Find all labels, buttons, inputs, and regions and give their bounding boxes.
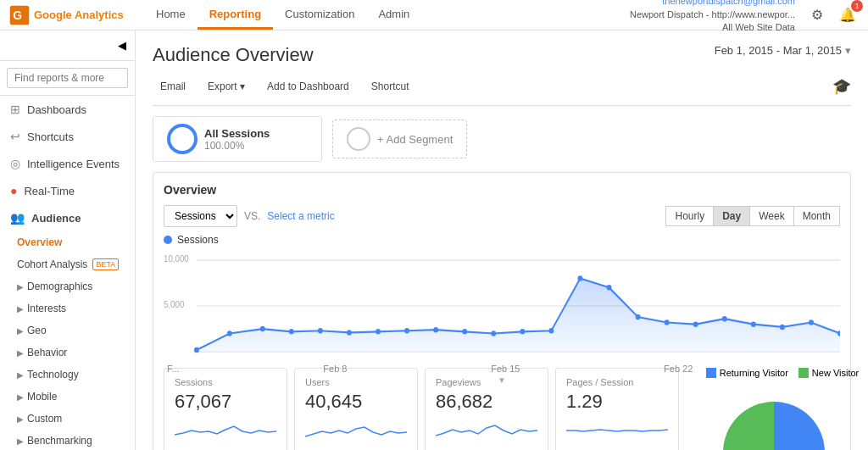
nav-reporting[interactable]: Reporting <box>198 1 273 30</box>
mobile-arrow-icon: ▶ <box>17 392 24 402</box>
cohort-label: Cohort Analysis <box>17 258 87 270</box>
sidebar-item-realtime[interactable]: ● Real-Time <box>0 177 135 204</box>
sidebar-item-shortcuts[interactable]: ↩ Shortcuts <box>0 123 135 150</box>
svg-point-25 <box>722 316 727 322</box>
pie-chart-svg: 50% 50% <box>689 385 859 450</box>
segment-circle-icon <box>167 124 198 154</box>
metric-dropdown[interactable]: Sessions <box>164 205 237 227</box>
notification-icon[interactable]: 🔔 <box>836 3 860 27</box>
page-title: Audience Overview <box>153 44 314 66</box>
stat-value-pages-per-session: 1.29 <box>566 391 668 413</box>
technology-arrow-icon: ▶ <box>17 370 24 380</box>
svg-point-26 <box>751 321 756 327</box>
sidebar-toggle[interactable]: ◀ <box>0 31 135 61</box>
time-btn-week[interactable]: Week <box>749 206 793 226</box>
time-btn-hourly[interactable]: Hourly <box>665 206 714 226</box>
x-label-start: F... <box>167 364 180 374</box>
sidebar-item-label: Audience <box>31 212 81 225</box>
sidebar-item-label: Real-Time <box>24 185 74 197</box>
svg-point-10 <box>289 329 294 335</box>
segment-percentage: 100.00% <box>204 140 270 152</box>
svg-text:10,000: 10,000 <box>164 254 189 264</box>
segment-name: All Sessions <box>204 127 270 140</box>
sidebar: ◀ ⊞ Dashboards ↩ Shortcuts ◎ Intelligenc… <box>0 31 136 450</box>
date-range-arrow-icon: ▾ <box>845 44 851 57</box>
svg-text:5,000: 5,000 <box>164 300 185 310</box>
sessions-legend-dot <box>164 236 172 244</box>
logo-google-text: Google Analytics <box>34 8 124 21</box>
sidebar-search-area <box>0 61 135 96</box>
x-label-feb8: Feb 8 <box>323 364 347 374</box>
interests-label: Interests <box>27 303 66 314</box>
chart-controls: Sessions VS. Select a metric Hourly Day … <box>164 205 840 227</box>
sidebar-sub-benchmarking[interactable]: ▶ Benchmarking <box>0 430 135 450</box>
nav-home[interactable]: Home <box>144 1 198 30</box>
sparkline-users <box>305 418 407 443</box>
svg-point-15 <box>433 327 438 333</box>
shortcut-button[interactable]: Shortcut <box>364 76 417 97</box>
nav-admin[interactable]: Admin <box>366 1 421 30</box>
nav-customization[interactable]: Customization <box>273 1 366 30</box>
all-sessions-segment[interactable]: All Sessions 100.00% <box>153 116 322 162</box>
chart-scroll-indicator[interactable]: ▼ <box>498 375 506 385</box>
stat-value-sessions: 67,067 <box>175 391 276 413</box>
dashboards-icon: ⊞ <box>10 103 20 116</box>
demographics-label: Demographics <box>27 281 92 292</box>
svg-point-18 <box>520 329 525 335</box>
sidebar-sub-geo[interactable]: ▶ Geo <box>0 319 135 342</box>
svg-point-22 <box>636 314 641 320</box>
sessions-chart-svg: 10,000 5,000 <box>164 251 840 361</box>
sidebar-item-label: Shortcuts <box>27 131 74 143</box>
svg-point-11 <box>318 328 323 334</box>
svg-point-28 <box>809 319 814 325</box>
stat-value-users: 40,645 <box>305 391 407 413</box>
add-segment-circle-icon <box>347 127 370 151</box>
shortcuts-icon: ↩ <box>10 130 20 143</box>
interests-arrow-icon: ▶ <box>17 304 24 314</box>
beta-badge: BETA <box>92 258 119 270</box>
sidebar-sub-overview[interactable]: Overview <box>0 231 135 253</box>
x-label-feb15: Feb 15 <box>491 364 520 374</box>
realtime-icon: ● <box>10 184 17 197</box>
ga-logo-icon: G <box>8 4 31 26</box>
add-to-dashboard-button[interactable]: Add to Dashboard <box>259 76 357 97</box>
svg-point-9 <box>260 326 265 332</box>
time-btn-month[interactable]: Month <box>793 206 840 226</box>
sidebar-item-audience[interactable]: 👥 Audience <box>0 204 135 231</box>
sidebar-sub-custom[interactable]: ▶ Custom <box>0 408 135 430</box>
svg-point-16 <box>462 329 467 335</box>
sidebar-sub-technology[interactable]: ▶ Technology <box>0 364 135 386</box>
svg-point-21 <box>607 285 612 291</box>
benchmarking-arrow-icon: ▶ <box>17 436 24 446</box>
export-button[interactable]: Export <box>200 76 253 97</box>
chart-legend: Sessions <box>164 234 840 246</box>
email-button[interactable]: Email <box>153 76 193 97</box>
add-segment-button[interactable]: + Add Segment <box>332 119 467 158</box>
date-range-selector[interactable]: Feb 1, 2015 - Mar 1, 2015 ▾ <box>715 44 851 57</box>
time-period-buttons: Hourly Day Week Month <box>666 206 840 226</box>
select-metric-link[interactable]: Select a metric <box>267 210 334 222</box>
sidebar-sub-mobile[interactable]: ▶ Mobile <box>0 386 135 408</box>
sparkline-pages-per-session <box>566 418 668 443</box>
account-email: thenewportdispatch@gmail.com <box>630 0 795 8</box>
add-segment-label: + Add Segment <box>377 133 453 146</box>
svg-point-8 <box>227 331 232 336</box>
sidebar-item-dashboards[interactable]: ⊞ Dashboards <box>0 96 135 123</box>
sidebar-sub-behavior[interactable]: ▶ Behavior <box>0 342 135 364</box>
sidebar-sub-demographics[interactable]: ▶ Demographics <box>0 275 135 297</box>
sidebar-sub-interests[interactable]: ▶ Interests <box>0 297 135 319</box>
svg-point-12 <box>347 330 352 336</box>
time-btn-day[interactable]: Day <box>713 206 750 226</box>
svg-text:G: G <box>13 8 22 22</box>
search-input[interactable] <box>7 68 128 88</box>
settings-icon[interactable]: ⚙ <box>805 3 829 27</box>
demographics-arrow-icon: ▶ <box>17 282 24 292</box>
report-icon[interactable]: 🎓 <box>832 77 851 96</box>
vs-label: VS. <box>244 210 260 222</box>
custom-label: Custom <box>27 413 62 425</box>
behavior-arrow-icon: ▶ <box>17 348 24 358</box>
account-site: Newport Dispatch - http://www.newpor... <box>630 8 795 21</box>
metric-selector: Sessions VS. Select a metric <box>164 205 335 227</box>
sidebar-sub-cohort[interactable]: Cohort Analysis BETA <box>0 253 135 275</box>
sidebar-item-intelligence[interactable]: ◎ Intelligence Events <box>0 150 135 177</box>
